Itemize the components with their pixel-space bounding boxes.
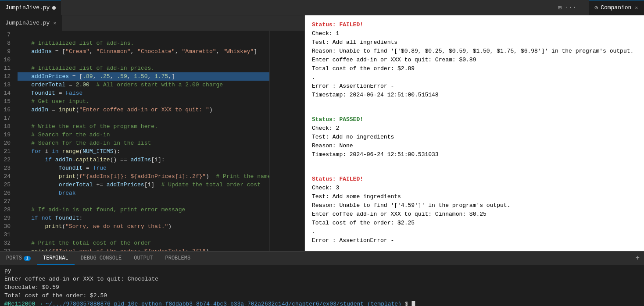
terminal-prompt-user: @Re112000 → [4,301,46,306]
companion-tab-label: Companion [601,4,631,11]
tab-label: JumpinJive.py [5,4,50,11]
bottom-tab-debug-console[interactable]: DEBUG CONSOLE [75,252,128,265]
code-line [18,114,269,122]
companion-tab-icon: ⊙ [594,4,598,11]
test-line: Test: Add no ingredients [312,133,637,142]
code-area[interactable]: # Initialized list of add-ins. addIns = … [14,31,269,251]
code-line: print("Sorry, we do not carry that.") [18,222,269,231]
main-content: JumpinJive.py ✕ 789101112131415161718192… [0,15,644,251]
companion-close-icon[interactable]: ✕ [634,4,639,11]
terminal-prompt-symbol: $ [401,301,411,306]
terminal-prompt-line: @Re112000 → ~/.../9780357880876_pld-10e-… [4,300,640,306]
status-value: Status: PASSED! [312,116,363,123]
code-line: # Initialized list of add-ins. [18,39,269,47]
test-line: Test: Add all ingredients [312,38,637,47]
tab-badge: 1 [24,256,31,261]
bottom-tab-problems[interactable]: PROBLEMS [159,252,197,265]
tab-jumpinjive[interactable]: JumpinJive.py [0,0,61,15]
reason-line: Reason: Unable to find '['$0.89, $0.25, … [312,47,637,56]
add-terminal-icon[interactable]: + [635,254,644,262]
check-line: Check: 1 [312,29,637,38]
test-line: Test: Add some ingredients [312,192,637,201]
terminal-line: Total cost of the order: $2.59 [4,292,640,300]
code-line [18,31,269,39]
editor-tab-group: JumpinJive.py [0,0,61,15]
code-line: # Write the rest of the program here. [18,122,269,131]
bottom-area: PORTS1TERMINALDEBUG CONSOLEOUTPUTPROBLEM… [0,251,644,306]
reason-line: Reason: None [312,142,637,150]
code-line: # Search for the add-in [18,131,269,139]
code-line: for i in range(NUM_ITEMS): [18,147,269,156]
code-line: addIns = ["Cream", "Cinnamon", "Chocolat… [18,47,269,56]
minimap [269,31,304,251]
status-line: Status: PASSED! [312,115,637,124]
editor-panel: JumpinJive.py ✕ 789101112131415161718192… [0,15,305,251]
code-line: print(f"{addIns[i]}: ${addInPrices[i]:.2… [18,172,269,181]
code-line: break [18,189,269,197]
check-line: Check: 2 [312,124,637,133]
terminal-prompt-path: ~/.../9780357880876_pld-10e-python-f8dda… [46,301,401,306]
status-line: Status: FAILED! [312,21,637,29]
extra-line: Error : AssertionError - [312,82,637,91]
code-line: # Print the total cost of the order [18,239,269,247]
code-line: orderTotal = 2.00 # All orders start wit… [18,81,269,89]
code-line: foundIt = False [18,89,269,97]
code-line: if not foundIt: [18,214,269,222]
bottom-tabs: PORTS1TERMINALDEBUG CONSOLEOUTPUTPROBLEM… [0,252,644,265]
split-editor-icon[interactable]: ⊞ [558,4,562,11]
code-line: if addIn.capitalize() == addIns[i]: [18,156,269,164]
extra-line: Timestamp: 2024-06-24 12:51:00.515148 [312,91,637,100]
editor-body: 7891011121314151617181920212223242526272… [0,31,304,251]
companion-panel: Status: FAILED!Check: 1Test: Add all ing… [305,15,644,251]
status-value: Status: FAILED! [312,176,363,182]
extra-line: Timestamp: 2024-06-24 12:51:00.531033 [312,150,637,159]
tab-modified-dot [52,6,56,10]
extra-line: Total cost of the order: $2.25 [312,219,637,228]
code-line: # Initialized list of add-in prices. [18,64,269,72]
companion-tab-area: ⊙ Companion ✕ [589,0,644,15]
bottom-tab-terminal[interactable]: TERMINAL [37,252,75,265]
extra-line: . [312,228,637,236]
file-tab-close-icon[interactable]: ✕ [52,19,57,27]
code-line: # If add-in is not found, print error me… [18,206,269,214]
code-line: # Search for the add-in in the list [18,139,269,147]
check-line: Check: 3 [312,184,637,192]
bottom-tab-output[interactable]: OUTPUT [128,252,159,265]
status-line: Status: FAILED! [312,175,637,184]
file-tab-bar: JumpinJive.py ✕ [0,15,304,31]
terminal-cursor: █ [411,301,415,306]
code-line: addIn = input("Enter coffee add-in or XX… [18,106,269,114]
code-line [18,231,269,239]
more-actions-icon[interactable]: ··· [565,4,576,11]
bottom-tab-ports[interactable]: PORTS1 [0,252,37,265]
line-numbers: 7891011121314151617181920212223242526272… [0,31,14,251]
code-line: orderTotal += addInPrices[i] # Update th… [18,181,269,189]
reason-line: Reason: Unable to find '['4.59']' in the… [312,201,637,210]
companion-tab[interactable]: ⊙ Companion ✕ [589,0,644,15]
companion-block: Status: FAILED!Check: 3Test: Add some in… [312,175,637,245]
extra-line: Enter coffee add-in or XXX to quit: Cinn… [312,210,637,219]
top-bar: JumpinJive.py ⊞ ··· ⊙ Companion ✕ [0,0,644,15]
companion-block: Status: FAILED!Check: 1Test: Add all ing… [312,21,637,100]
code-line [18,56,269,64]
extra-line: Enter coffee add-in or XXX to quit: Crea… [312,56,637,64]
file-tab-label: JumpinJive.py [5,20,50,26]
file-tab-jumpinjive[interactable]: JumpinJive.py ✕ [0,15,62,31]
status-value: Status: FAILED! [312,21,363,28]
code-line: print(f"Total cost of the order: ${order… [18,247,269,251]
companion-block: Status: PASSED!Check: 2Test: Add no ingr… [312,115,637,159]
editor-tab-icons: ⊞ ··· [558,4,581,11]
code-line: addInPrices = [.89, .25, .59, 1.50, 1.75… [18,72,269,81]
terminal-line: py [4,267,640,275]
terminal-line: Enter coffee add-in or XXX to quit: Choc… [4,275,640,283]
extra-line: Total cost of the order: $2.89 [312,64,637,73]
code-line: foundIt = True [18,164,269,172]
code-line [18,197,269,206]
extra-line: Error : AssertionError - [312,236,637,245]
terminal-area[interactable]: pyEnter coffee add-in or XXX to quit: Ch… [0,265,644,306]
code-line: # Get user input. [18,97,269,106]
terminal-line: Chocolate: $0.59 [4,283,640,292]
extra-line: . [312,73,637,82]
